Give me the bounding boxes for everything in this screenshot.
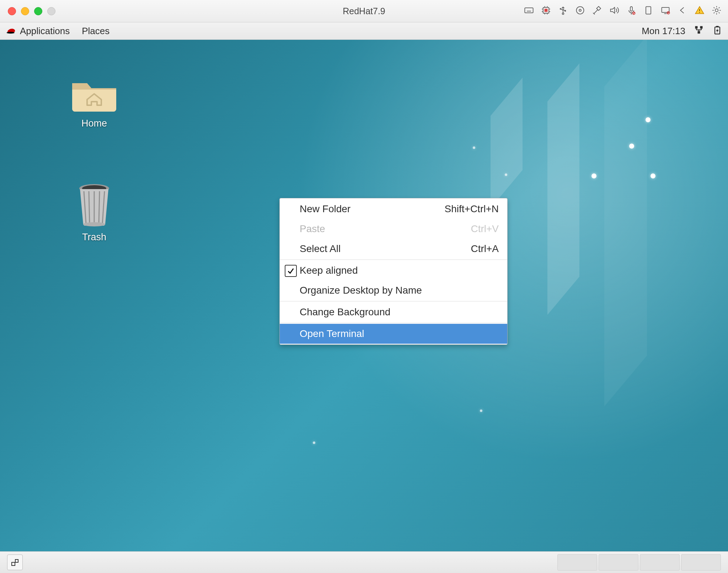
warning-icon[interactable] xyxy=(695,5,705,17)
desktop[interactable]: Home Trash New Folder Shift+Ctrl+N Paste xyxy=(0,40,728,552)
ctx-shortcut: Shift+Ctrl+N xyxy=(445,203,499,215)
svg-rect-45 xyxy=(700,26,703,28)
ctx-label: Keep aligned xyxy=(300,265,358,276)
svg-point-41 xyxy=(699,12,700,13)
places-menu[interactable]: Places xyxy=(82,26,109,37)
clock[interactable]: Mon 17:13 xyxy=(642,26,685,37)
ctx-select-all[interactable]: Select All Ctrl+A xyxy=(280,239,507,259)
trash-icon xyxy=(75,182,114,228)
svg-point-24 xyxy=(579,9,581,11)
desktop-context-menu: New Folder Shift+Ctrl+N Paste Ctrl+V Sel… xyxy=(279,198,508,345)
svg-rect-33 xyxy=(646,7,651,14)
applications-menu[interactable]: Applications xyxy=(20,26,70,37)
svg-line-57 xyxy=(89,191,90,224)
bottom-panel xyxy=(0,551,728,573)
disc-icon[interactable] xyxy=(575,5,585,17)
ctx-label: Paste xyxy=(300,223,325,235)
vm-toolbar xyxy=(524,0,722,22)
svg-rect-63 xyxy=(15,559,18,562)
svg-marker-28 xyxy=(611,7,615,13)
ctx-shortcut: Ctrl+V xyxy=(471,223,499,235)
satellite-icon[interactable] xyxy=(592,5,602,17)
svg-point-17 xyxy=(562,13,564,15)
battery-icon[interactable] xyxy=(712,25,722,37)
workspace-switcher-button[interactable] xyxy=(7,555,23,570)
ctx-label: New Folder xyxy=(300,203,350,215)
svg-line-32 xyxy=(633,12,635,14)
svg-marker-53 xyxy=(716,28,719,33)
maximize-window-button[interactable] xyxy=(34,7,42,15)
network-icon[interactable] xyxy=(694,25,704,37)
usb-icon[interactable] xyxy=(558,5,568,17)
close-window-button[interactable] xyxy=(8,7,16,15)
svg-point-61 xyxy=(83,222,105,226)
svg-rect-44 xyxy=(695,26,698,28)
gnome-topbar: Applications Places Mon 17:13 xyxy=(0,22,728,40)
desktop-icon-trash[interactable]: Trash xyxy=(64,182,124,243)
folder-home-icon xyxy=(69,75,119,114)
ctx-open-terminal[interactable]: Open Terminal xyxy=(280,324,507,344)
svg-line-59 xyxy=(99,191,100,224)
display-icon[interactable] xyxy=(660,5,670,17)
ctx-label: Change Background xyxy=(300,306,390,318)
traffic-lights xyxy=(8,7,55,15)
checkbox-checked-icon xyxy=(285,265,297,277)
ctx-shortcut: Ctrl+A xyxy=(471,243,499,255)
redhat-logo-icon xyxy=(6,26,16,36)
svg-rect-29 xyxy=(630,7,632,11)
svg-point-20 xyxy=(560,9,561,10)
task-slots xyxy=(557,554,721,571)
ctx-organize-by-name[interactable]: Organize Desktop by Name xyxy=(280,280,507,300)
ctx-label: Select All xyxy=(300,243,341,255)
ctx-separator xyxy=(280,323,507,323)
volume-icon[interactable] xyxy=(609,5,619,17)
inactive-window-button xyxy=(47,7,55,15)
svg-rect-62 xyxy=(12,562,15,566)
chip-icon[interactable] xyxy=(541,5,551,17)
ctx-keep-aligned[interactable]: Keep aligned xyxy=(280,261,507,280)
gear-icon[interactable] xyxy=(712,5,722,17)
task-slot[interactable] xyxy=(557,554,597,571)
svg-rect-46 xyxy=(698,31,700,33)
task-slot[interactable] xyxy=(640,554,680,571)
ctx-label: Organize Desktop by Name xyxy=(300,285,422,296)
svg-point-43 xyxy=(7,32,15,34)
ctx-paste: Paste Ctrl+V xyxy=(280,219,507,239)
minimize-window-button[interactable] xyxy=(21,7,29,15)
desktop-icon-trash-label: Trash xyxy=(82,232,106,243)
tablet-icon[interactable] xyxy=(643,5,653,17)
svg-rect-8 xyxy=(545,9,547,12)
desktop-icon-home[interactable]: Home xyxy=(64,75,124,129)
desktop-icon-home-label: Home xyxy=(81,118,107,129)
mic-icon[interactable] xyxy=(626,5,636,17)
ctx-change-background[interactable]: Change Background xyxy=(280,302,507,322)
svg-rect-0 xyxy=(525,8,533,13)
ctx-separator xyxy=(280,259,507,260)
task-slot[interactable] xyxy=(599,554,638,571)
host-titlebar: RedHat7.9 xyxy=(0,0,728,22)
svg-rect-22 xyxy=(565,10,566,11)
ctx-new-folder[interactable]: New Folder Shift+Ctrl+N xyxy=(280,199,507,219)
svg-line-25 xyxy=(594,10,598,14)
keyboard-icon[interactable] xyxy=(524,5,534,17)
back-icon[interactable] xyxy=(678,5,687,17)
svg-rect-52 xyxy=(716,26,719,27)
task-slot[interactable] xyxy=(681,554,721,571)
ctx-separator xyxy=(280,301,507,301)
ctx-label: Open Terminal xyxy=(300,328,364,339)
svg-point-23 xyxy=(577,7,584,14)
svg-point-42 xyxy=(715,9,718,12)
